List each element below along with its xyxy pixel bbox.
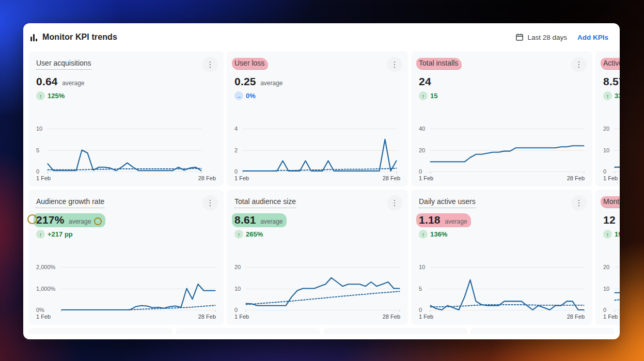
kpi-value-wrap: 217% average (34, 213, 105, 227)
kpi-value: 0.64 (36, 75, 58, 87)
y-tick-label: 40 (419, 125, 425, 132)
trend-line-chart (614, 264, 620, 312)
kpi-value: 24 (419, 75, 431, 87)
kpi-value-suffix: average (69, 218, 91, 225)
kebab-menu-icon[interactable]: ⋮ (202, 57, 218, 72)
x-axis-labels: 1 Feb 28 Feb (419, 313, 585, 320)
kpi-chart: 20100 1 Feb 28 Feb (234, 264, 400, 320)
y-tick-label: 20 (603, 263, 609, 271)
panel-header: Monitor KPI trends Last 28 days Add KPIs (27, 23, 616, 51)
kpi-delta-badge: ↑ 15 (419, 91, 437, 100)
x-axis-labels: 1 Feb 28 Feb (36, 313, 216, 320)
delta-arrow-icon: → (234, 91, 243, 100)
x-label-end: 28 Feb (567, 313, 585, 320)
kpi-delta-text: 336% (615, 92, 620, 100)
x-label-end: 28 Feb (198, 175, 216, 181)
y-axis-ticks: 1050 (419, 264, 430, 312)
y-tick-label: 0% (36, 306, 44, 313)
x-label-end: 28 Feb (383, 313, 400, 320)
kpi-delta-badge: ↑ 125% (36, 91, 65, 100)
kebab-menu-icon[interactable]: ⋮ (571, 195, 587, 211)
y-tick-label: 0 (419, 306, 422, 313)
x-label-end: 28 Feb (383, 175, 400, 181)
y-tick-label: 5 (36, 147, 39, 154)
kpi-value: 1.18 (419, 214, 441, 226)
kpi-card: Total audience size ⋮ 8.61 average ↑ 265… (227, 190, 408, 325)
delta-arrow-icon: ↑ (419, 230, 428, 239)
y-tick-label: 10 (419, 263, 425, 271)
kpi-grid: User acquisitions ⋮ 0.64 average ↑ 125% … (27, 51, 616, 325)
y-tick-label: 10 (603, 285, 609, 292)
kpi-card: User loss ⋮ 0.25 average → 0% 420 1 Feb (227, 51, 408, 186)
date-range-selector[interactable]: Last 28 days (515, 33, 567, 41)
cutoff-card (28, 328, 172, 334)
trend-line-chart (47, 126, 202, 174)
kpi-delta-text: 125% (48, 92, 65, 100)
x-label-start: 1 Feb (234, 313, 249, 320)
date-range-label: Last 28 days (527, 34, 567, 41)
kpi-title[interactable]: User acquisitions (36, 58, 91, 70)
y-tick-label: 2,000% (36, 263, 55, 271)
kebab-menu-icon[interactable]: ⋮ (202, 195, 218, 211)
trend-line-chart (61, 264, 216, 312)
kpi-delta-text: 0% (246, 92, 256, 100)
y-axis-ticks: 20100 (603, 264, 614, 312)
y-axis-ticks: 40200 (419, 126, 430, 174)
kpi-title[interactable]: Total audience size (234, 197, 296, 208)
kebab-menu-icon[interactable]: ⋮ (387, 195, 402, 211)
kpi-card: User acquisitions ⋮ 0.64 average ↑ 125% … (28, 51, 224, 186)
kpi-title[interactable]: Audience growth rate (36, 197, 104, 208)
x-axis-labels: 1 Feb 28 Feb (234, 175, 400, 181)
kpi-value-suffix: average (445, 218, 467, 225)
kpi-title[interactable]: Monthly active users (601, 196, 620, 208)
kebab-menu-icon[interactable]: ⋮ (387, 57, 402, 72)
y-tick-label: 0 (234, 306, 238, 313)
calendar-icon (515, 33, 524, 41)
kebab-menu-icon[interactable]: ⋮ (571, 57, 587, 72)
x-axis-labels: 1 Feb 28 Feb (603, 175, 620, 181)
kpi-value-wrap: 12 average (603, 214, 620, 226)
x-label-start: 1 Feb (603, 175, 618, 181)
kpi-chart: 20100 1 Feb 28 Feb (603, 126, 620, 181)
x-axis-labels: 1 Feb 28 Feb (234, 313, 400, 320)
delta-arrow-icon: ↑ (603, 91, 612, 100)
y-axis-ticks: 1050 (36, 126, 47, 174)
kpi-value-suffix: average (62, 80, 84, 87)
y-tick-label: 0 (36, 168, 39, 175)
trend-line-chart (245, 264, 400, 312)
y-tick-label: 0 (234, 168, 238, 175)
kpi-title[interactable]: User loss (232, 58, 268, 70)
kpi-value-wrap: 8.61 average (232, 213, 287, 227)
kpi-delta-text: +217 pp (48, 230, 73, 238)
y-tick-label: 10 (36, 125, 42, 132)
kpi-value-suffix: average (260, 80, 282, 87)
kpi-delta-badge: ↑ 194% (603, 230, 620, 239)
x-label-start: 1 Feb (36, 175, 51, 181)
kpi-card: Total installs ⋮ 24 ↑ 15 40200 1 Feb (411, 51, 592, 186)
kpi-value-suffix: average (260, 218, 282, 225)
trend-line-chart (614, 126, 620, 174)
kpi-card: Monthly active users ⋮ 12 average ↑ 194%… (595, 190, 620, 325)
x-label-start: 1 Feb (603, 313, 618, 320)
kpi-delta-badge: ↑ +217 pp (36, 230, 73, 239)
y-tick-label: 0 (419, 168, 422, 175)
kpi-delta-text: 265% (246, 230, 263, 238)
kpi-value-wrap: 0.64 average (36, 75, 85, 88)
x-label-end: 28 Feb (198, 313, 216, 320)
add-kpis-button[interactable]: Add KPIs (577, 34, 608, 41)
kpi-value-wrap: 1.18 average (416, 213, 471, 227)
kpi-delta-text: 194% (615, 230, 620, 238)
cutoff-card-row (27, 328, 616, 334)
y-axis-ticks: 2,000%1,000%0% (36, 264, 61, 312)
y-tick-label: 2 (234, 147, 238, 154)
trend-line-chart (430, 264, 585, 312)
kpi-value: 8.57 (603, 75, 620, 87)
x-label-start: 1 Feb (419, 175, 433, 181)
y-tick-label: 10 (234, 285, 241, 292)
kpi-title[interactable]: Daily active users (419, 197, 476, 208)
kpi-title[interactable]: Active devices (601, 58, 620, 70)
kpi-title[interactable]: Total installs (416, 58, 462, 70)
x-axis-labels: 1 Feb 28 Feb (36, 175, 216, 181)
y-tick-label: 5 (419, 285, 422, 292)
kpi-chart: 2,000%1,000%0% 1 Feb 28 Feb (36, 264, 216, 320)
